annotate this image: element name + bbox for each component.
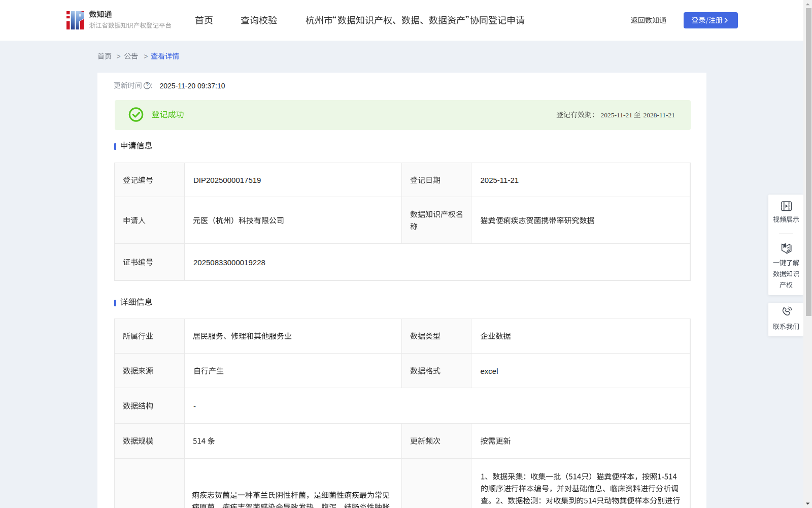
svg-text:?: ?: [146, 83, 149, 88]
svg-text:DIP2025000017519: DIP2025000017519: [193, 176, 261, 184]
svg-text:2025-11-20 09:37:10: 2025-11-20 09:37:10: [160, 82, 225, 90]
svg-text:2025-11-21: 2025-11-21: [601, 111, 633, 119]
svg-text:20250833000019228: 20250833000019228: [193, 258, 265, 267]
svg-text:excel: excel: [481, 367, 498, 375]
svg-text:-: -: [193, 402, 196, 410]
svg-text:>: >: [117, 52, 121, 60]
svg-text:2028-11-21: 2028-11-21: [644, 111, 675, 119]
svg-text:2025-11-21: 2025-11-21: [481, 176, 519, 184]
svg-text:>: >: [144, 52, 148, 60]
